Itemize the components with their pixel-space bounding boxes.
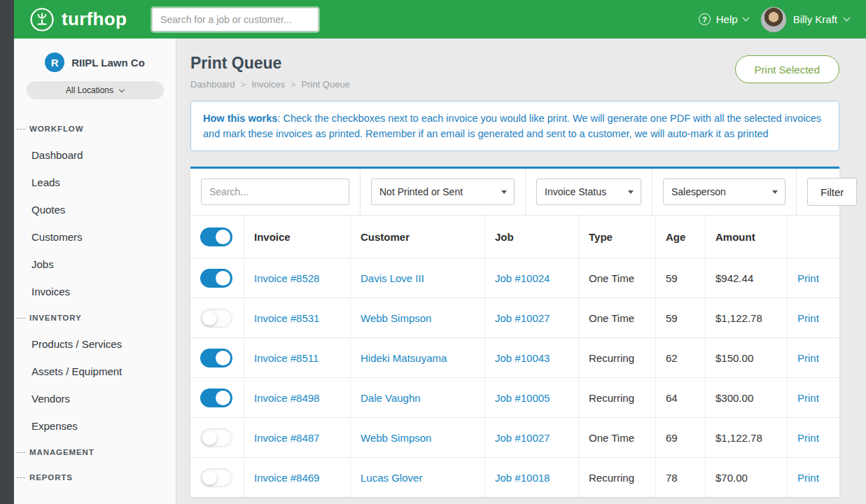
invoice-table-card: Not Printed or Sent Invoice Status [190, 167, 839, 497]
job-link[interactable]: Job #10043 [495, 352, 550, 364]
sidebar-item-customers[interactable]: Customers [14, 223, 176, 251]
breadcrumb-dashboard[interactable]: Dashboard [190, 79, 235, 90]
section-label: REPORTS [29, 473, 73, 482]
question-circle-icon: ? [699, 13, 711, 25]
type-cell: Recurring [578, 338, 655, 377]
job-link[interactable]: Job #10027 [495, 312, 550, 324]
customer-link[interactable]: Webb Simpson [361, 312, 431, 324]
table-row: Invoice #8511 Hideki Matsuyama Job #1004… [190, 337, 839, 377]
print-link[interactable]: Print [797, 312, 819, 324]
print-link[interactable]: Print [797, 472, 819, 484]
col-header-actions [787, 216, 839, 258]
sidebar-item-products-services[interactable]: Products / Services [14, 330, 176, 358]
customer-link[interactable]: Hideki Matsuyama [361, 352, 447, 364]
left-rail [0, 0, 14, 504]
print-link[interactable]: Print [797, 392, 819, 404]
type-cell: One Time [578, 418, 655, 457]
job-link[interactable]: Job #10018 [495, 472, 550, 484]
type-cell: One Time [578, 258, 655, 298]
section-label: INVENTORY [29, 314, 82, 322]
age-cell: 78 [655, 458, 705, 497]
amount-cell: $300.00 [705, 378, 787, 417]
amount-cell: $1,122.78 [705, 418, 787, 457]
type-cell: One Time [578, 298, 655, 337]
col-header-invoice: Invoice [244, 216, 350, 258]
row-select-toggle[interactable] [200, 349, 232, 368]
select-all-toggle[interactable] [200, 227, 232, 246]
nav-section-management: MANAGEMENT [14, 440, 176, 465]
user-menu[interactable]: Billy Kraft [761, 7, 849, 32]
company-header: R RIIPL Lawn Co [14, 52, 176, 72]
filter-button[interactable]: Filter [807, 178, 857, 206]
age-cell: 59 [655, 258, 705, 298]
salesperson-value: Salesperson [671, 186, 726, 197]
sidebar-item-assets-equipment[interactable]: Assets / Equipment [14, 358, 176, 385]
salesperson-select[interactable]: Salesperson [663, 178, 785, 205]
row-select-toggle[interactable] [200, 269, 232, 288]
customer-link[interactable]: Lucas Glover [361, 472, 422, 484]
print-link[interactable]: Print [797, 432, 819, 444]
table-row: Invoice #8487 Webb Simpson Job #10027 On… [190, 417, 839, 457]
type-cell: Recurring [578, 378, 655, 417]
breadcrumb-invoices[interactable]: Invoices [251, 79, 285, 90]
sidebar-item-vendors[interactable]: Vendors [14, 385, 176, 412]
sidebar-item-quotes[interactable]: Quotes [14, 196, 176, 223]
amount-cell: $942.44 [705, 258, 787, 298]
printed-filter-value: Not Printed or Sent [379, 186, 463, 197]
sidebar-item-expenses[interactable]: Expenses [14, 412, 176, 440]
customer-link[interactable]: Davis Love III [361, 272, 424, 284]
help-menu[interactable]: ? Help [699, 13, 748, 25]
row-select-toggle[interactable] [200, 388, 232, 407]
row-select-toggle[interactable] [200, 468, 232, 487]
sprinkler-logo-icon [29, 7, 55, 32]
section-dash-icon [17, 318, 25, 318]
table-row: Invoice #8469 Lucas Glover Job #10018 Re… [190, 457, 839, 497]
job-link[interactable]: Job #10027 [495, 432, 550, 444]
print-link[interactable]: Print [797, 272, 819, 284]
invoice-link[interactable]: Invoice #8528 [254, 272, 319, 284]
row-select-toggle[interactable] [200, 428, 232, 447]
table-search-input[interactable] [201, 178, 349, 205]
invoice-link[interactable]: Invoice #8487 [254, 432, 319, 444]
chevron-down-icon [844, 15, 851, 22]
locations-dropdown[interactable]: All Locations [27, 81, 164, 99]
print-link[interactable]: Print [797, 352, 819, 364]
sidebar-item-leads[interactable]: Leads [14, 169, 176, 196]
invoice-link[interactable]: Invoice #8531 [254, 312, 319, 324]
sidebar-item-jobs[interactable]: Jobs [14, 251, 176, 278]
page-title: Print Queue [190, 54, 350, 73]
col-header-job: Job [484, 216, 578, 258]
print-selected-button[interactable]: Print Selected [735, 55, 839, 83]
invoice-link[interactable]: Invoice #8511 [254, 352, 319, 364]
job-link[interactable]: Job #10005 [495, 392, 550, 404]
invoice-link[interactable]: Invoice #8498 [254, 392, 319, 404]
invoice-table-body: Invoice #8528 Davis Love III Job #10024 … [190, 258, 839, 497]
nav-section-inventory: INVENTORY [14, 305, 176, 330]
age-cell: 62 [655, 338, 705, 377]
col-header-amount: Amount [705, 216, 787, 258]
sidebar-nav: WORKFLOW Dashboard Leads Quotes Customer… [14, 116, 176, 490]
nav-section-workflow: WORKFLOW [14, 116, 176, 141]
global-search-input[interactable] [152, 8, 319, 31]
invoice-link[interactable]: Invoice #8469 [254, 472, 319, 484]
brand-logo[interactable]: turfhop [29, 7, 127, 32]
chevron-down-icon [742, 15, 749, 22]
sidebar: R RIIPL Lawn Co All Locations WORKFLOW D… [14, 38, 176, 504]
col-header-age: Age [655, 216, 705, 258]
customer-link[interactable]: Dale Vaughn [361, 392, 421, 404]
row-select-toggle[interactable] [200, 309, 232, 328]
nav-section-reports: REPORTS [14, 465, 176, 490]
sidebar-item-invoices[interactable]: Invoices [14, 278, 176, 305]
invoice-status-select[interactable]: Invoice Status [536, 178, 641, 205]
breadcrumb: Dashboard > Invoices > Print Queue [190, 79, 350, 90]
job-link[interactable]: Job #10024 [495, 272, 550, 284]
chevron-down-icon [119, 86, 125, 92]
customer-link[interactable]: Webb Simpson [361, 432, 431, 444]
help-label: Help [716, 13, 738, 25]
printed-filter-select[interactable]: Not Printed or Sent [371, 178, 515, 205]
invoice-status-value: Invoice Status [545, 186, 606, 197]
sidebar-item-dashboard[interactable]: Dashboard [14, 141, 176, 169]
section-dash-icon [17, 129, 25, 130]
info-banner-body: : Check the checkboxes next to each invo… [203, 113, 821, 139]
user-name: Billy Kraft [793, 13, 837, 25]
